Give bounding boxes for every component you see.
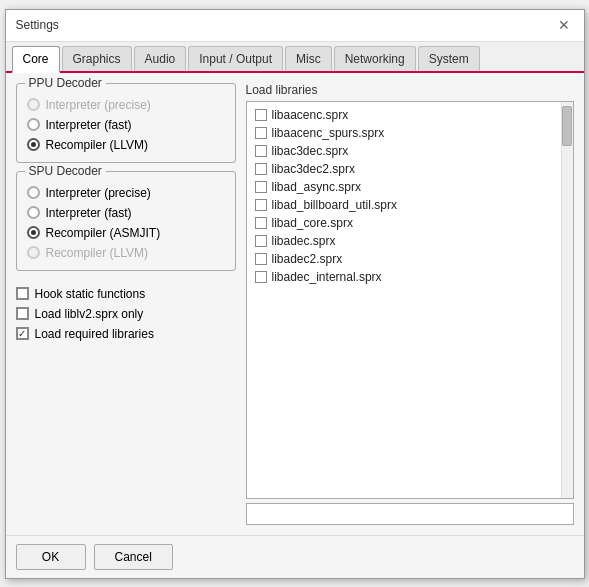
checkbox-box-load_liblv2	[16, 307, 29, 320]
libraries-container[interactable]: libaacenc.sprxlibaacenc_spurs.sprxlibac3…	[246, 101, 574, 499]
radio-circle-ppu_interpreter_fast	[27, 118, 40, 131]
library-item[interactable]: libadec2.sprx	[249, 250, 571, 268]
tab-system[interactable]: System	[418, 46, 480, 71]
radio-spu_interpreter_precise[interactable]: Interpreter (precise)	[27, 186, 225, 200]
radio-spu_recompiler_asmjit[interactable]: Recompiler (ASMJIT)	[27, 226, 225, 240]
title-bar: Settings ✕	[6, 10, 584, 42]
library-checkbox-3[interactable]	[255, 163, 267, 175]
library-item[interactable]: libaacenc.sprx	[249, 106, 571, 124]
radio-ppu_interpreter_fast[interactable]: Interpreter (fast)	[27, 118, 225, 132]
radio-spu_recompiler_llvm: Recompiler (LLVM)	[27, 246, 225, 260]
checkbox-label-load_liblv2: Load liblv2.sprx only	[35, 307, 144, 321]
radio-circle-ppu_recompiler_llvm	[27, 138, 40, 151]
library-item[interactable]: libad_billboard_util.sprx	[249, 196, 571, 214]
library-item[interactable]: libadec.sprx	[249, 232, 571, 250]
library-name-1: libaacenc_spurs.sprx	[272, 126, 385, 140]
checkbox-label-hook_static: Hook static functions	[35, 287, 146, 301]
library-name-9: libadec_internal.sprx	[272, 270, 382, 284]
library-checkbox-4[interactable]	[255, 181, 267, 193]
radio-spu_interpreter_fast[interactable]: Interpreter (fast)	[27, 206, 225, 220]
library-name-2: libac3dec.sprx	[272, 144, 349, 158]
library-name-7: libadec.sprx	[272, 234, 336, 248]
library-name-3: libac3dec2.sprx	[272, 162, 355, 176]
scrollbar-thumb	[562, 106, 572, 146]
library-checkbox-8[interactable]	[255, 253, 267, 265]
bottom-bar: OK Cancel	[6, 535, 584, 578]
libraries-label: Load libraries	[246, 83, 574, 97]
close-button[interactable]: ✕	[554, 15, 574, 35]
ok-button[interactable]: OK	[16, 544, 86, 570]
library-name-8: libadec2.sprx	[272, 252, 343, 266]
library-item[interactable]: libac3dec.sprx	[249, 142, 571, 160]
radio-label-spu_recompiler_llvm: Recompiler (LLVM)	[46, 246, 148, 260]
settings-window: Settings ✕ CoreGraphicsAudioInput / Outp…	[5, 9, 585, 579]
radio-label-ppu_interpreter_fast: Interpreter (fast)	[46, 118, 132, 132]
library-checkbox-9[interactable]	[255, 271, 267, 283]
radio-circle-spu_interpreter_fast	[27, 206, 40, 219]
radio-label-ppu_recompiler_llvm: Recompiler (LLVM)	[46, 138, 148, 152]
filter-input[interactable]	[246, 503, 574, 525]
ppu-decoder-group: PPU Decoder Interpreter (precise)Interpr…	[16, 83, 236, 163]
tab-networking[interactable]: Networking	[334, 46, 416, 71]
checkbox-load_required[interactable]: Load required libraries	[16, 327, 236, 341]
tab-graphics[interactable]: Graphics	[62, 46, 132, 71]
library-item[interactable]: libad_async.sprx	[249, 178, 571, 196]
cancel-button[interactable]: Cancel	[94, 544, 173, 570]
radio-label-spu_interpreter_fast: Interpreter (fast)	[46, 206, 132, 220]
radio-circle-spu_recompiler_llvm	[27, 246, 40, 259]
radio-label-spu_recompiler_asmjit: Recompiler (ASMJIT)	[46, 226, 161, 240]
tab-misc[interactable]: Misc	[285, 46, 332, 71]
radio-ppu_interpreter_precise: Interpreter (precise)	[27, 98, 225, 112]
library-name-4: libad_async.sprx	[272, 180, 361, 194]
tab-audio[interactable]: Audio	[134, 46, 187, 71]
library-name-0: libaacenc.sprx	[272, 108, 349, 122]
library-checkbox-2[interactable]	[255, 145, 267, 157]
checkbox-load_liblv2[interactable]: Load liblv2.sprx only	[16, 307, 236, 321]
library-checkbox-1[interactable]	[255, 127, 267, 139]
library-item[interactable]: libaacenc_spurs.sprx	[249, 124, 571, 142]
radio-label-ppu_interpreter_precise: Interpreter (precise)	[46, 98, 151, 112]
ppu-decoder-options: Interpreter (precise)Interpreter (fast)R…	[27, 98, 225, 152]
library-item[interactable]: libad_core.sprx	[249, 214, 571, 232]
checkbox-label-load_required: Load required libraries	[35, 327, 154, 341]
checkbox-box-load_required	[16, 327, 29, 340]
radio-circle-ppu_interpreter_precise	[27, 98, 40, 111]
tab-input_output[interactable]: Input / Output	[188, 46, 283, 71]
checkboxes-section: Hook static functionsLoad liblv2.sprx on…	[16, 287, 236, 341]
checkbox-box-hook_static	[16, 287, 29, 300]
library-list: libaacenc.sprxlibaacenc_spurs.sprxlibac3…	[247, 102, 573, 290]
ppu-decoder-label: PPU Decoder	[25, 76, 106, 90]
spu-decoder-group: SPU Decoder Interpreter (precise)Interpr…	[16, 171, 236, 271]
tab-bar: CoreGraphicsAudioInput / OutputMiscNetwo…	[6, 42, 584, 73]
content-area: PPU Decoder Interpreter (precise)Interpr…	[6, 73, 584, 535]
tab-core[interactable]: Core	[12, 46, 60, 73]
library-item[interactable]: libac3dec2.sprx	[249, 160, 571, 178]
spu-decoder-label: SPU Decoder	[25, 164, 106, 178]
spu-decoder-options: Interpreter (precise)Interpreter (fast)R…	[27, 186, 225, 260]
radio-circle-spu_recompiler_asmjit	[27, 226, 40, 239]
window-title: Settings	[16, 18, 59, 32]
right-panel: Load libraries libaacenc.sprxlibaacenc_s…	[246, 83, 574, 525]
library-item[interactable]: libadec_internal.sprx	[249, 268, 571, 286]
radio-label-spu_interpreter_precise: Interpreter (precise)	[46, 186, 151, 200]
checkbox-hook_static[interactable]: Hook static functions	[16, 287, 236, 301]
scrollbar-track[interactable]	[561, 102, 573, 498]
radio-circle-spu_interpreter_precise	[27, 186, 40, 199]
library-checkbox-6[interactable]	[255, 217, 267, 229]
library-name-5: libad_billboard_util.sprx	[272, 198, 397, 212]
library-checkbox-5[interactable]	[255, 199, 267, 211]
radio-ppu_recompiler_llvm[interactable]: Recompiler (LLVM)	[27, 138, 225, 152]
library-name-6: libad_core.sprx	[272, 216, 353, 230]
left-panel: PPU Decoder Interpreter (precise)Interpr…	[16, 83, 236, 525]
library-checkbox-0[interactable]	[255, 109, 267, 121]
library-checkbox-7[interactable]	[255, 235, 267, 247]
